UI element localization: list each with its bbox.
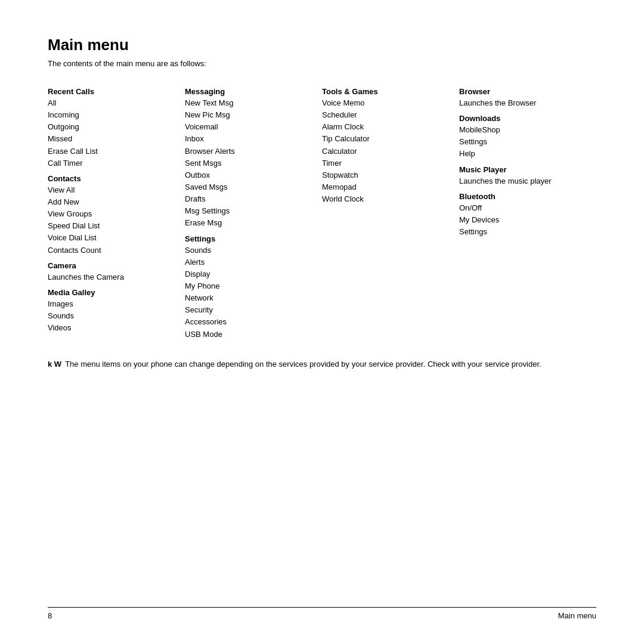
section-header-camera: Camera — [48, 261, 173, 270]
section-header-browser: Browser — [459, 87, 584, 96]
list-item: Accessories — [185, 316, 310, 328]
menu-grid: Recent Calls All Incoming Outgoing Misse… — [48, 82, 596, 340]
list-item: My Devices — [459, 214, 584, 226]
list-item: Display — [185, 268, 310, 280]
section-header-messaging: Messaging — [185, 87, 310, 96]
list-item: Tip Calculator — [322, 133, 447, 145]
footer: 8 Main menu — [48, 607, 596, 620]
section-header-recent-calls: Recent Calls — [48, 87, 173, 96]
list-item: New Pic Msg — [185, 109, 310, 121]
list-item: Outgoing — [48, 121, 173, 133]
list-item: Scheduler — [322, 109, 447, 121]
list-item: Help — [459, 148, 584, 160]
note-icon: k W — [48, 358, 61, 371]
section-header-contacts: Contacts — [48, 174, 173, 183]
list-item: Images — [48, 298, 173, 310]
column-3: Tools & Games Voice Memo Scheduler Alarm… — [322, 82, 459, 340]
list-item: New Text Msg — [185, 97, 310, 109]
list-item: Erase Msg — [185, 217, 310, 229]
section-header-settings: Settings — [185, 234, 310, 243]
list-item: Voice Dial List — [48, 232, 173, 244]
section-header-tools-games: Tools & Games — [322, 87, 447, 96]
list-item: Voice Memo — [322, 97, 447, 109]
footer-page-number: 8 — [48, 611, 52, 620]
footer-title: Main menu — [558, 611, 596, 620]
section-header-bluetooth: Bluetooth — [459, 192, 584, 201]
list-item: Launches the music player — [459, 175, 584, 187]
list-item: My Phone — [185, 280, 310, 292]
list-item: All — [48, 97, 173, 109]
list-item: Missed — [48, 133, 173, 145]
list-item: Speed Dial List — [48, 220, 173, 232]
page-subtitle: The contents of the main menu are as fol… — [48, 59, 596, 68]
list-item: Settings — [459, 226, 584, 238]
list-item: USB Mode — [185, 329, 310, 340]
list-item: Settings — [459, 136, 584, 148]
list-item: Contacts Count — [48, 244, 173, 256]
list-item: Msg Settings — [185, 205, 310, 217]
list-item: Inbox — [185, 133, 310, 145]
note-section: k W The menu items on your phone can cha… — [48, 358, 596, 371]
list-item: Sounds — [185, 244, 310, 256]
list-item: Security — [185, 304, 310, 316]
list-item: Videos — [48, 322, 173, 334]
section-header-media-galley: Media Galley — [48, 288, 173, 297]
list-item: Stopwatch — [322, 169, 447, 181]
list-item: Sent Msgs — [185, 157, 310, 169]
list-item: Launches the Camera — [48, 271, 173, 283]
list-item: Browser Alerts — [185, 145, 310, 157]
note-text: The menu items on your phone can change … — [65, 358, 541, 371]
column-4: Browser Launches the Browser Downloads M… — [459, 82, 596, 340]
page-title: Main menu — [48, 36, 596, 54]
list-item: World Clock — [322, 193, 447, 205]
list-item: MobileShop — [459, 124, 584, 136]
column-2: Messaging New Text Msg New Pic Msg Voice… — [185, 82, 322, 340]
list-item: Voicemail — [185, 121, 310, 133]
section-header-downloads: Downloads — [459, 114, 584, 123]
list-item: Launches the Browser — [459, 97, 584, 109]
list-item: Alerts — [185, 256, 310, 268]
list-item: On/Off — [459, 202, 584, 214]
list-item: Saved Msgs — [185, 181, 310, 193]
list-item: Call Timer — [48, 157, 173, 169]
section-header-music-player: Music Player — [459, 165, 584, 174]
list-item: Outbox — [185, 169, 310, 181]
list-item: Network — [185, 292, 310, 304]
list-item: Erase Call List — [48, 145, 173, 157]
list-item: Sounds — [48, 310, 173, 322]
list-item: Incoming — [48, 109, 173, 121]
column-1: Recent Calls All Incoming Outgoing Misse… — [48, 82, 185, 340]
list-item: Memopad — [322, 181, 447, 193]
list-item: Timer — [322, 157, 447, 169]
list-item: Alarm Clock — [322, 121, 447, 133]
list-item: Drafts — [185, 193, 310, 205]
list-item: View Groups — [48, 208, 173, 220]
list-item: View All — [48, 184, 173, 196]
list-item: Calculator — [322, 145, 447, 157]
list-item: Add New — [48, 196, 173, 208]
